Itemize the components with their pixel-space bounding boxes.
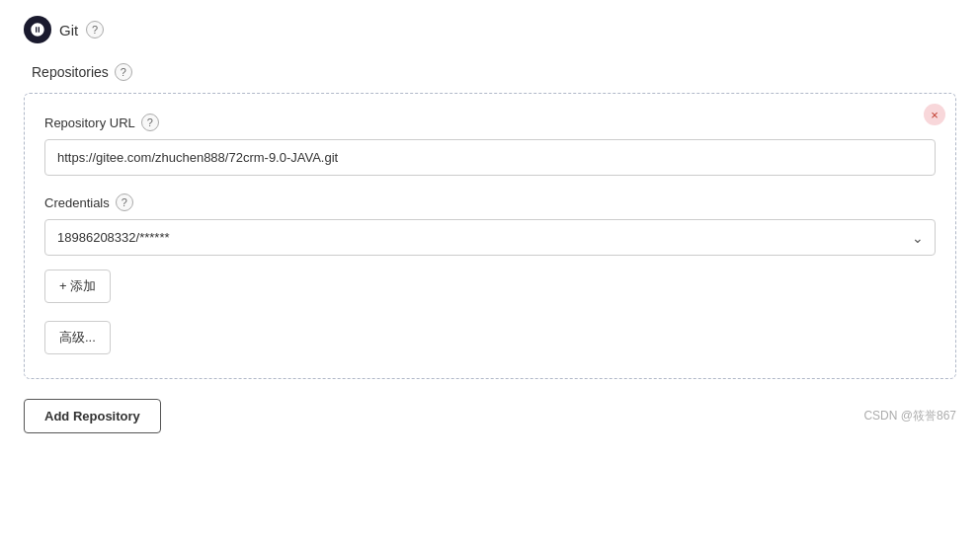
- git-help-badge[interactable]: ?: [86, 21, 104, 38]
- close-button[interactable]: ×: [924, 104, 945, 125]
- credentials-help-badge[interactable]: ?: [116, 193, 133, 211]
- header-row: Git ?: [24, 16, 956, 43]
- credentials-select-wrapper: 18986208332/****** ⌄: [44, 219, 936, 256]
- watermark-text: CSDN @筱誉867: [863, 408, 956, 424]
- credentials-select[interactable]: 18986208332/******: [44, 219, 936, 256]
- page-title: Git: [59, 22, 78, 38]
- add-repository-button[interactable]: Add Repository: [24, 399, 161, 433]
- repository-card: × Repository URL ? Credentials ? 1898620…: [24, 93, 956, 379]
- repositories-label: Repositories: [32, 64, 109, 80]
- url-help-badge[interactable]: ?: [141, 114, 159, 131]
- advanced-button[interactable]: 高级...: [44, 321, 111, 354]
- repository-url-input[interactable]: [44, 139, 936, 176]
- repositories-section-label: Repositories ?: [32, 63, 956, 81]
- credentials-field-label: Credentials ?: [44, 193, 936, 211]
- footer-row: Add Repository CSDN @筱誉867: [24, 399, 956, 433]
- credentials-label-text: Credentials: [44, 195, 110, 210]
- git-icon: [24, 16, 51, 43]
- add-credential-button[interactable]: + 添加: [44, 270, 111, 303]
- url-field-label: Repository URL ?: [44, 114, 936, 131]
- repositories-help-badge[interactable]: ?: [115, 63, 132, 81]
- url-label-text: Repository URL: [44, 116, 135, 130]
